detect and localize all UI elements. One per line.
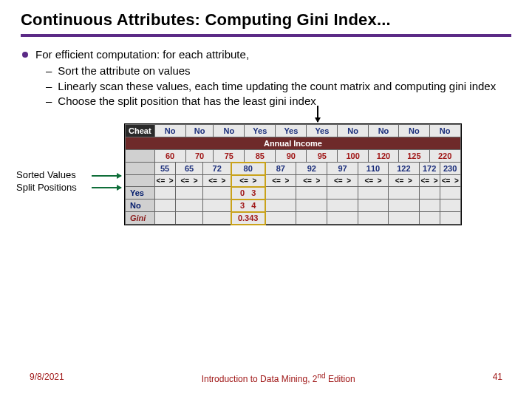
yes-label: Yes: [126, 187, 155, 200]
split-pos: 230: [440, 163, 460, 175]
cheat-header: Cheat: [126, 125, 155, 137]
split-pos: 122: [389, 163, 419, 175]
cheat-cell: No: [338, 125, 368, 137]
sorted-val: 100: [338, 150, 368, 163]
ineq-cell: <= >: [327, 175, 358, 187]
spacer: [126, 163, 155, 175]
sub-bullet: Sort the attribute on values: [58, 64, 190, 77]
sorted-val: 120: [368, 150, 398, 163]
ineq-cell: <= >: [296, 175, 327, 187]
cheat-cell: No: [185, 125, 214, 137]
yes-counts: 0 3: [231, 187, 265, 200]
cheat-cell: No: [154, 125, 185, 137]
split-pos: 92: [296, 163, 327, 175]
slide-footer: 9/8/2021 Introduction to Data Mining, 2n…: [0, 372, 532, 384]
sorted-val: 95: [307, 150, 338, 163]
bullet-main: For efficient computation: for each attr…: [35, 47, 249, 62]
gini-table: Cheat No No No Yes Yes Yes No No No No A…: [124, 123, 462, 225]
spacer: [126, 150, 155, 163]
sorted-val: 85: [245, 150, 276, 163]
cheat-cell: No: [429, 125, 460, 137]
cheat-cell: No: [399, 125, 429, 137]
split-pos: 110: [358, 163, 388, 175]
ineq-cell: <= >: [265, 175, 296, 187]
sorted-val: 90: [276, 150, 307, 163]
gini-value: 0.343: [231, 212, 265, 225]
bullet-dot-icon: [22, 52, 28, 58]
ineq-cell: <= >: [419, 175, 440, 187]
split-pos: 72: [203, 163, 231, 175]
split-pos: 97: [327, 163, 358, 175]
ineq-cell: <= >: [154, 175, 175, 187]
ineq-cell: <= >: [231, 175, 265, 187]
split-pos: 87: [265, 163, 296, 175]
sorted-val: 75: [214, 150, 245, 163]
split-pos: 55: [154, 163, 175, 175]
footer-date: 9/8/2021: [30, 372, 64, 384]
sorted-val: 70: [185, 150, 214, 163]
sorted-val: 60: [154, 150, 185, 163]
cheat-cell: Yes: [245, 125, 276, 137]
sorted-values-label: Sorted Values: [16, 169, 77, 182]
spacer: [126, 175, 155, 187]
split-pos: 172: [419, 163, 440, 175]
no-counts: 3 4: [231, 200, 265, 212]
footer-subtitle: Introduction to Data Mining, 2nd Edition: [202, 372, 355, 384]
split-pos: 80: [231, 163, 265, 175]
cheat-cell: Yes: [276, 125, 307, 137]
gini-label: Gini: [126, 212, 155, 225]
sub-bullet: Linearly scan these values, each time up…: [58, 80, 496, 92]
ineq-cell: <= >: [203, 175, 231, 187]
bullet-list: For efficient computation: for each attr…: [21, 47, 511, 109]
ineq-cell: <= >: [440, 175, 460, 187]
arrow-icon: [92, 175, 121, 177]
ineq-cell: <= >: [175, 175, 203, 187]
sub-bullet: Choose the split position that has the l…: [58, 95, 316, 107]
ineq-cell: <= >: [358, 175, 388, 187]
cheat-cell: Yes: [307, 125, 338, 137]
arrow-icon: [92, 187, 121, 188]
cheat-cell: No: [368, 125, 398, 137]
split-pos: 65: [175, 163, 203, 175]
sorted-val: 125: [399, 150, 429, 163]
split-positions-label: Split Positions: [16, 182, 77, 194]
footer-page: 41: [493, 372, 502, 384]
slide-title: Continuous Attributes: Computing Gini In…: [21, 10, 511, 30]
income-header: Annual Income: [126, 137, 461, 150]
sorted-val: 220: [429, 150, 460, 163]
left-labels: Sorted Values Split Positions: [16, 169, 77, 194]
ineq-cell: <= >: [389, 175, 419, 187]
pointer-arrow-icon: [317, 106, 318, 122]
title-divider: [21, 34, 511, 37]
cheat-cell: No: [214, 125, 245, 137]
no-label: No: [126, 200, 155, 212]
